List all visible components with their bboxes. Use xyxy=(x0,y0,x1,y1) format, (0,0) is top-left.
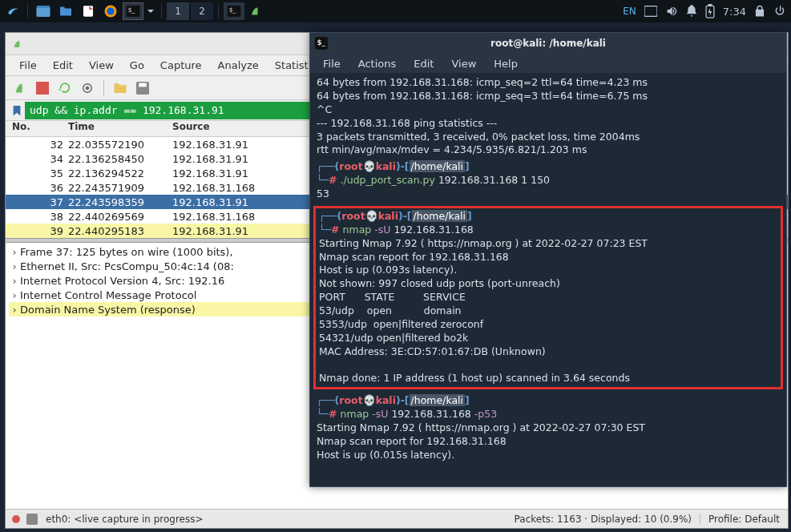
status-profile[interactable]: Profile: Default xyxy=(700,514,788,525)
taskbar-running-wireshark[interactable] xyxy=(246,2,267,20)
battery-icon[interactable] xyxy=(705,4,715,18)
lock-icon[interactable] xyxy=(754,5,765,18)
taskbar: $_ 1 2 $_ EN 7:34 xyxy=(0,0,791,22)
capture-active-icon xyxy=(12,515,20,523)
ws-restart-capture-icon[interactable] xyxy=(55,79,75,98)
col-header-time[interactable]: Time xyxy=(68,121,172,136)
ws-menu-view[interactable]: View xyxy=(82,57,121,74)
workspace-2[interactable]: 2 xyxy=(191,2,213,20)
status-packets: Packets: 1163 · Displayed: 10 (0.9%) xyxy=(515,514,700,525)
workspace-1[interactable]: 1 xyxy=(167,2,189,20)
chevron-down-icon[interactable] xyxy=(145,2,156,20)
term-menu-help[interactable]: Help xyxy=(486,56,526,71)
clock[interactable]: 7:34 xyxy=(723,6,746,18)
svg-text:$_: $_ xyxy=(317,38,325,46)
svg-rect-12 xyxy=(36,82,49,95)
taskbar-app-firefox[interactable] xyxy=(100,2,121,20)
ws-start-capture-icon[interactable] xyxy=(10,79,30,98)
ws-stop-capture-icon[interactable] xyxy=(33,79,52,98)
ws-menu-file[interactable]: File xyxy=(12,57,44,74)
terminal-window: $_ root@kali: /home/kali File Actions Ed… xyxy=(309,32,787,487)
filter-bookmark-icon[interactable] xyxy=(9,103,25,119)
ws-open-icon[interactable] xyxy=(111,79,130,98)
taskbar-app-folder[interactable] xyxy=(55,2,76,20)
language-indicator[interactable]: EN xyxy=(623,6,636,17)
status-interface: eth0: <live capture in progress> xyxy=(46,514,204,525)
kali-logo-icon[interactable] xyxy=(5,2,22,20)
col-header-no[interactable]: No. xyxy=(6,121,68,136)
taskbar-app-editor[interactable] xyxy=(78,2,99,20)
term-menu-edit[interactable]: Edit xyxy=(406,56,442,71)
svg-text:$_: $_ xyxy=(128,6,135,14)
svg-rect-17 xyxy=(26,514,38,525)
workspace-icon[interactable] xyxy=(644,6,657,17)
ws-options-icon[interactable] xyxy=(78,79,97,98)
ws-menu-capture[interactable]: Capture xyxy=(153,57,209,74)
volume-icon[interactable] xyxy=(665,5,678,18)
taskbar-running-terminal[interactable]: $_ xyxy=(224,2,244,20)
svg-point-4 xyxy=(107,8,115,15)
term-menu-file[interactable]: File xyxy=(315,56,349,71)
svg-rect-1 xyxy=(37,8,50,17)
terminal-menubar: File Actions Edit View Help xyxy=(310,54,786,73)
ws-save-icon[interactable] xyxy=(133,79,152,98)
terminal-title: root@kali: /home/kali xyxy=(490,38,606,49)
terminal-titlebar[interactable]: $_ root@kali: /home/kali xyxy=(310,33,786,54)
terminal-title-icon: $_ xyxy=(315,37,328,50)
svg-rect-2 xyxy=(83,6,93,16)
taskbar-app-terminal[interactable]: $_ xyxy=(123,2,143,20)
svg-rect-16 xyxy=(139,83,147,87)
svg-rect-11 xyxy=(708,4,712,6)
notification-icon[interactable] xyxy=(686,5,697,18)
taskbar-app-files[interactable] xyxy=(33,2,54,20)
svg-point-14 xyxy=(86,86,90,90)
ws-menu-analyze[interactable]: Analyze xyxy=(211,57,266,74)
terminal-body[interactable]: 64 bytes from 192.168.31.168: icmp_seq=2… xyxy=(310,73,786,486)
ws-menu-edit[interactable]: Edit xyxy=(46,57,80,74)
power-icon[interactable] xyxy=(773,5,786,18)
term-menu-view[interactable]: View xyxy=(443,56,484,71)
ws-menu-go[interactable]: Go xyxy=(123,57,151,74)
term-menu-actions[interactable]: Actions xyxy=(350,56,405,71)
svg-text:$_: $_ xyxy=(229,6,236,14)
wireshark-logo-icon xyxy=(12,38,25,50)
wireshark-statusbar: eth0: <live capture in progress> Packets… xyxy=(6,509,788,528)
ws-status-icon xyxy=(26,514,38,525)
svg-rect-9 xyxy=(644,6,657,17)
